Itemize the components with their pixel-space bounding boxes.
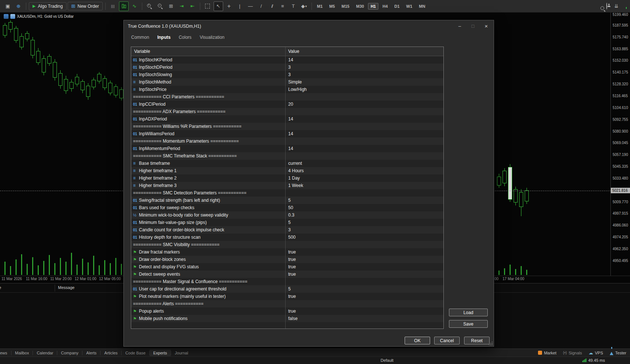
param-row[interactable]: ⚑Draw fractal markerstrue (131, 248, 443, 256)
bottom-tab-journal[interactable]: Journal (171, 350, 192, 356)
reset-button[interactable]: Reset (464, 337, 490, 344)
bars-chart-icon[interactable]: ||| (108, 1, 118, 11)
resize-grip[interactable] (489, 341, 493, 346)
param-value[interactable]: 14 (285, 146, 443, 151)
expert-properties-dialog[interactable]: True Confluence 1.0 (XAUUSDm,H1) – □ × C… (123, 20, 494, 347)
timeframe-m5[interactable]: M5 (327, 3, 337, 10)
dialog-tab-inputs[interactable]: Inputs (154, 34, 174, 41)
param-value[interactable]: 50 (285, 205, 443, 210)
timeframe-m1[interactable]: M1 (314, 3, 325, 10)
param-row[interactable]: 01InpStochKPeriod14 (131, 56, 443, 64)
timeframe-w1[interactable]: W1 (403, 3, 415, 10)
vps-button[interactable]: ☁ VPS (589, 350, 603, 356)
price-scale[interactable]: 5199.4605187.5955175.7405163.8855152.030… (612, 13, 630, 276)
param-row[interactable]: ⚑Mobile push notificationsfalse (131, 315, 443, 322)
param-value[interactable]: true (285, 309, 443, 314)
param-row[interactable]: ⚑Detect sweep eventstrue (131, 271, 443, 278)
param-row[interactable]: 01InpCCIPeriod20 (131, 101, 443, 108)
param-separator-row[interactable]: =========== SMC Visibility =========== (131, 241, 443, 248)
param-separator-row[interactable]: =========== ADX Parameters =========== (131, 108, 443, 115)
dialog-tab-visualization[interactable]: Visualization (197, 34, 227, 41)
crosshair-tool-icon[interactable]: + (224, 1, 234, 11)
bottom-tab-alerts[interactable]: Alerts (82, 350, 100, 356)
line-chart-icon[interactable]: ∿ (130, 1, 139, 11)
param-row[interactable]: 01InpStochSlowing3 (131, 71, 443, 78)
param-value[interactable]: true (285, 264, 443, 269)
cancel-button[interactable]: Cancel (434, 337, 460, 344)
chart-shift-icon[interactable]: ⇤ (188, 1, 197, 11)
param-row[interactable]: 01InpMomentumPeriod14 (131, 145, 443, 152)
parameters-table[interactable]: Variable Value 01InpStochKPeriod1401InpS… (131, 47, 444, 329)
timeframe-mn[interactable]: MN (416, 3, 428, 10)
param-value[interactable]: 14 (285, 57, 443, 62)
param-row[interactable]: ⚑Detect and display FVG statustrue (131, 263, 443, 271)
param-row[interactable]: ≡Higher timeframe 14 Hours (131, 167, 443, 174)
shapes-tool-icon[interactable]: ◆▾ (299, 1, 309, 11)
bottom-tab-calendar[interactable]: Calendar (33, 350, 57, 356)
timeframe-d1[interactable]: D1 (392, 3, 402, 10)
profile-selector[interactable]: Default (381, 358, 394, 363)
param-separator-row[interactable]: =========== Williams %R Parameters =====… (131, 123, 443, 130)
algo-trading-button[interactable]: ▶ Algo Trading (29, 2, 67, 10)
auto-scroll-icon[interactable]: ⇥ (177, 1, 187, 11)
bottom-tab-company[interactable]: Company (57, 350, 82, 356)
dialog-title-bar[interactable]: True Confluence 1.0 (XAUUSDm,H1) (124, 20, 494, 32)
param-row[interactable]: ⚑Plot neutral markers (mainly useful in … (131, 293, 443, 300)
signals-button[interactable]: (•) Signals (563, 351, 582, 355)
param-value[interactable]: 1 Week (285, 183, 443, 188)
param-value[interactable]: 14 (285, 116, 443, 122)
minimize-icon[interactable]: – (454, 22, 465, 30)
param-row[interactable]: ≡Higher timeframe 31 Week (131, 182, 443, 189)
param-separator-row[interactable]: =========== Momentum Parameters ========… (131, 137, 443, 145)
param-value[interactable]: 5 (285, 286, 443, 292)
new-order-button[interactable]: ⊞ New Order (68, 2, 103, 10)
profiles-icon[interactable]: ⊕ (14, 1, 23, 11)
param-row[interactable]: 01Bars used for sweep checks50 (131, 204, 443, 211)
param-value[interactable]: true (285, 272, 443, 277)
param-value[interactable]: 0.3 (285, 212, 443, 218)
select-rectangle-icon[interactable] (203, 1, 212, 11)
text-tool-icon[interactable]: T (289, 1, 298, 11)
timeframe-m30[interactable]: M30 (354, 3, 367, 10)
param-separator-row[interactable]: =========== Alerts =========== (131, 300, 443, 307)
connection-latency[interactable]: 49.45 ms (582, 358, 605, 363)
grid-icon[interactable]: ⊞ (166, 1, 176, 11)
bottom-tab-experts[interactable]: Experts (150, 350, 171, 356)
param-value[interactable]: 4 Hours (285, 168, 443, 173)
column-header-variable[interactable]: Variable (131, 49, 285, 54)
maximize-icon[interactable]: □ (468, 22, 478, 30)
market-button[interactable]: Market (538, 351, 556, 355)
fibonacci-tool-icon[interactable]: ≡ (278, 1, 287, 11)
param-row[interactable]: 01InpStochDPeriod3 (131, 64, 443, 71)
dialog-tab-colors[interactable]: Colors (176, 34, 195, 41)
user-profile-icon[interactable] (606, 3, 607, 10)
param-row[interactable]: 01Candle count for order-block impulse c… (131, 226, 443, 234)
bottom-tab-news[interactable]: News (0, 350, 11, 356)
toolbox-column-message[interactable]: Message (58, 285, 75, 290)
param-row[interactable]: 01InpWilliamsPeriod14 (131, 130, 443, 137)
param-separator-row[interactable]: =========== Master Signal & Confluence =… (131, 278, 443, 285)
param-value[interactable]: current (285, 161, 443, 166)
param-value[interactable]: 3 (285, 227, 443, 232)
param-value[interactable]: 5 (285, 220, 443, 225)
param-value[interactable]: 14 (285, 131, 443, 136)
param-value[interactable]: true (285, 257, 443, 262)
toolbox-column-divider[interactable] (55, 285, 55, 292)
param-value[interactable]: false (285, 316, 443, 321)
param-row[interactable]: 01Minimum fair-value-gap size (pips)5 (131, 219, 443, 226)
connection-icon[interactable]: ⇊ (613, 1, 620, 11)
candlestick-chart-icon[interactable] (119, 1, 129, 11)
param-value[interactable]: 3 (285, 72, 443, 77)
param-value[interactable]: true (285, 294, 443, 299)
param-value[interactable]: true (285, 249, 443, 255)
new-chart-icon[interactable]: ▣ (3, 1, 13, 11)
param-row[interactable]: ≡InpStochPriceLow/High (131, 86, 443, 93)
column-header-value[interactable]: Value (285, 49, 299, 54)
param-value[interactable]: Simple (285, 79, 443, 85)
dialog-tab-common[interactable]: Common (128, 34, 152, 41)
horizontal-line-tool-icon[interactable]: — (246, 1, 255, 11)
param-row[interactable]: 01User cap for directional agreement thr… (131, 285, 443, 293)
timeframe-h1[interactable]: H1 (368, 3, 378, 10)
param-value[interactable]: Low/High (285, 87, 443, 92)
param-separator-row[interactable]: =========== SMC Timeframe Stack ========… (131, 152, 443, 160)
